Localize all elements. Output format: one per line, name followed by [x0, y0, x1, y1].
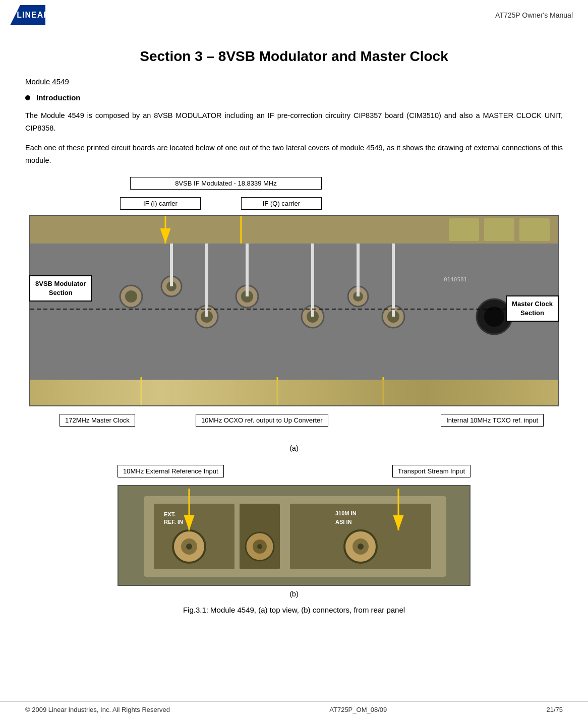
diagram-b: 10MHz External Reference Input Transport… — [117, 460, 471, 598]
page-header: LINEAR AT725P Owner's Manual — [0, 0, 588, 28]
section-label-masterclock-text: Master ClockSection — [512, 300, 553, 317]
section-label-modulator: 8VSB ModulatorSection — [29, 275, 92, 302]
fig-caption: Fig.3.1: Module 4549, (a) top view, (b) … — [25, 606, 563, 614]
svg-point-49 — [257, 544, 262, 549]
label-10mhz-ext: 10MHz External Reference Input — [117, 465, 224, 477]
footer-left: © 2009 Linear Industries, Inc. All Right… — [25, 706, 170, 713]
caption-b: (b) — [117, 590, 471, 598]
hardware-photo-b: EXT. REF. IN 310M IN — [117, 485, 471, 586]
svg-point-5 — [125, 290, 137, 303]
body-text-1: The Module 4549 is composed by an 8VSB M… — [25, 109, 563, 134]
section-label-modulator-text: 8VSB ModulatorSection — [35, 280, 86, 296]
page-footer: © 2009 Linear Industries, Inc. All Right… — [0, 701, 588, 713]
svg-rect-28 — [449, 218, 479, 241]
bullet-icon — [25, 95, 30, 100]
photo-b-texture: EXT. REF. IN 310M IN — [119, 486, 469, 585]
label-if-modulated: 8VSB IF Modulated - 18.8339 MHz — [130, 177, 322, 190]
diagram-a: 8VSB IF Modulated - 18.8339 MHz IF (I) c… — [29, 174, 559, 452]
footer-center: AT725P_OM_08/09 — [329, 706, 387, 713]
body-text-2: Each one of these printed circuit boards… — [25, 142, 563, 166]
logo-box: LINEAR — [10, 5, 45, 25]
header-title: AT725P Owner's Manual — [495, 11, 573, 19]
photo-texture: 0140581 — [30, 216, 558, 405]
svg-text:EXT.: EXT. — [164, 511, 175, 517]
logo-area: LINEAR — [10, 5, 45, 25]
label-if-i: IF (I) carrier — [120, 197, 201, 210]
svg-rect-2 — [30, 380, 558, 405]
label-transport-stream: Transport Stream Input — [392, 465, 471, 477]
intro-bullet: Introduction — [25, 93, 563, 102]
page-content: Section 3 – 8VSB Modulator and Master Cl… — [0, 28, 588, 637]
label-10mhz-tcxo: Internal 10MHz TCXO ref. input — [441, 414, 544, 427]
svg-point-44 — [186, 544, 192, 550]
svg-text:REF. IN: REF. IN — [164, 519, 183, 525]
logo-text: LINEAR — [17, 11, 50, 20]
hardware-photo-a: 0140581 — [29, 215, 559, 406]
svg-point-19 — [484, 307, 504, 327]
label-if-q: IF (Q) carrier — [241, 197, 322, 210]
caption-a: (a) — [29, 444, 559, 452]
label-172mhz: 172MHz Master Clock — [60, 414, 135, 427]
label-10mhz-ocxo: 10MHz OCXO ref. output to Up Converter — [196, 414, 328, 427]
module-heading: Module 4549 — [25, 77, 563, 86]
svg-point-55 — [358, 544, 364, 550]
svg-text:310M IN: 310M IN — [335, 510, 357, 516]
section-label-masterclock: Master ClockSection — [506, 295, 559, 322]
svg-rect-30 — [519, 218, 550, 241]
intro-label: Introduction — [36, 93, 80, 102]
svg-text:ASI IN: ASI IN — [335, 519, 351, 525]
svg-text:0140581: 0140581 — [444, 276, 467, 283]
footer-right: 21/75 — [546, 706, 563, 713]
section-title: Section 3 – 8VSB Modulator and Master Cl… — [25, 48, 563, 65]
svg-rect-29 — [484, 218, 514, 241]
